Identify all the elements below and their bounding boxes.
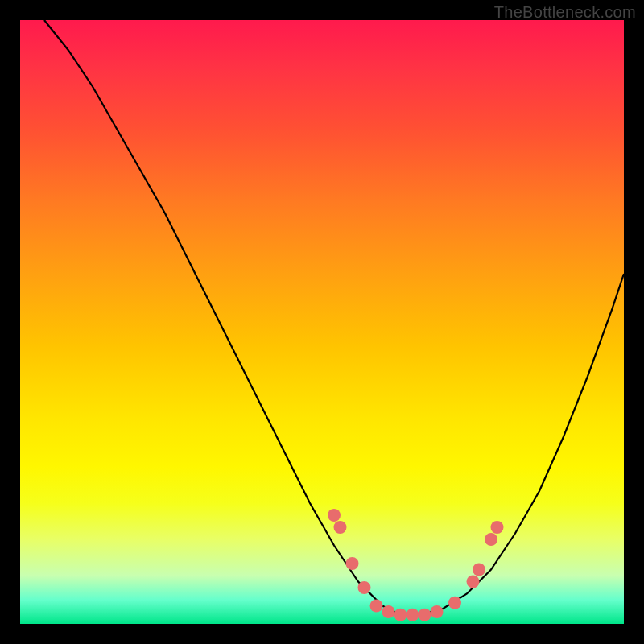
marker-dot (485, 533, 497, 546)
plot-area (20, 20, 624, 624)
marker-dot (358, 581, 371, 594)
marker-dot (334, 521, 347, 534)
marker-dot (346, 557, 359, 570)
marker-dot (328, 509, 341, 522)
chart-svg (20, 20, 624, 624)
marker-dot (467, 576, 480, 588)
attribution-label: TheBottleneck.com (494, 3, 636, 22)
marker-dot (394, 609, 407, 621)
marker-dot (491, 521, 504, 534)
chart-frame: TheBottleneck.com (0, 0, 644, 644)
marker-dot (370, 600, 383, 613)
data-markers (328, 509, 504, 621)
marker-dot (431, 605, 444, 618)
marker-dot (382, 605, 395, 618)
marker-dot (448, 597, 461, 609)
marker-dot (473, 564, 485, 576)
marker-dot (407, 609, 419, 621)
marker-dot (419, 609, 431, 621)
